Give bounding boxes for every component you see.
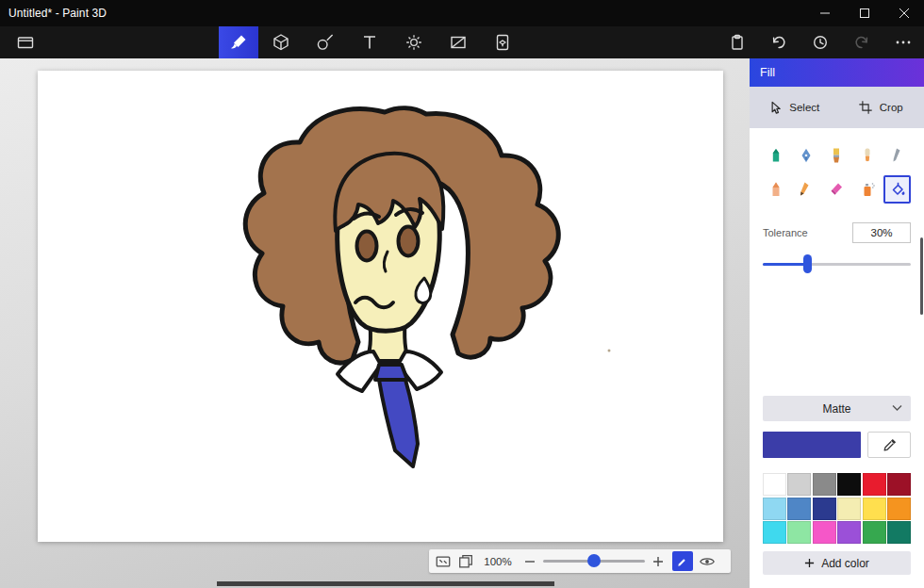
canvas-tool-button[interactable] [436,26,480,58]
titlebar: Untitled* - Paint 3D [0,0,924,26]
palette-swatch[interactable] [887,521,911,544]
more-button[interactable] [883,26,924,58]
add-color-button[interactable]: Add color [763,551,911,575]
tolerance-slider-fill [763,263,807,266]
current-color-swatch[interactable] [763,432,861,458]
palette-swatch[interactable] [763,521,786,544]
show-canvas-button[interactable] [696,551,718,571]
sun-icon [404,33,423,52]
tolerance-slider[interactable] [763,254,911,273]
minimize-button[interactable] [805,0,845,26]
3d-library-tool-button[interactable] [480,26,524,58]
palette-swatch[interactable] [863,498,886,520]
palette-swatch[interactable] [863,473,886,496]
zoom-bar: 100% [429,549,731,573]
select-button[interactable]: Select [750,87,837,128]
eraser-icon [827,180,846,199]
drawing-canvas[interactable] [38,71,723,542]
palette-swatch[interactable] [787,521,811,544]
horizontal-scrollbar[interactable] [217,581,554,586]
brush-marker-button[interactable] [763,141,790,170]
zoom-slider-thumb[interactable] [587,554,601,567]
palette-swatch[interactable] [887,498,911,520]
canvas-icon [449,33,468,52]
2d-shapes-tool-button[interactable] [303,26,347,58]
brush-crayon-button[interactable] [763,175,790,204]
crop-button[interactable]: Crop [837,87,924,128]
tolerance-slider-thumb[interactable] [803,254,812,273]
select-crop-bar: Select Crop [750,87,924,128]
palette-swatch[interactable] [813,498,836,520]
shapes-icon [316,33,335,52]
crayon-icon [767,180,785,199]
tolerance-label: Tolerance [763,227,808,238]
calligraphy-pen-icon [797,146,816,165]
brushes-tool-button[interactable] [219,26,258,58]
maximize-button[interactable] [845,0,884,26]
touch-drawing-toggle[interactable] [672,551,693,571]
cube-icon [272,33,290,52]
text-icon [360,33,379,52]
brush-watercolour-button[interactable] [853,141,881,170]
maximize-icon [860,8,869,18]
menu-icon [16,33,35,52]
fill-panel: Fill Select Crop [750,58,924,588]
tolerance-input[interactable] [852,222,911,243]
ellipsis-icon [894,33,913,52]
palette-swatch[interactable] [787,498,811,520]
window-controls [805,0,924,26]
pages-icon [457,553,474,570]
palette-swatch[interactable] [837,473,861,496]
color-row [763,432,911,458]
palette-swatch[interactable] [813,521,836,544]
panel-spacer [750,273,924,396]
watercolour-icon [858,146,877,165]
clipboard-icon [728,33,747,52]
close-button[interactable] [884,0,924,26]
plus-icon [804,558,815,568]
pencil-tool-icon [797,180,816,199]
palette-swatch[interactable] [763,473,786,496]
minimize-icon [820,8,830,18]
palette-swatch[interactable] [787,473,811,496]
3d-shapes-tool-button[interactable] [258,26,303,58]
brush-eraser-button[interactable] [823,175,850,204]
palette-swatch[interactable] [813,473,836,496]
zoom-to-fit-button[interactable] [432,551,454,571]
finish-dropdown[interactable]: Matte [763,396,911,421]
brush-fill-button[interactable] [883,175,911,204]
chevron-down-icon [892,404,902,412]
palette-swatch[interactable] [837,521,861,544]
palette-swatch[interactable] [763,498,786,520]
marker-icon [767,146,785,165]
redo-button[interactable] [841,26,883,58]
crop-label: Crop [880,102,903,113]
zoom-out-button[interactable] [519,551,541,571]
effects-tool-button[interactable] [391,26,436,58]
zoom-slider[interactable] [543,551,645,571]
history-button[interactable] [800,26,841,58]
brush-oil-brush-button[interactable] [823,141,850,170]
spray-can-icon [858,180,877,199]
crop-icon [858,100,873,115]
palette-swatch[interactable] [863,521,886,544]
expand-menu-button[interactable] [9,26,41,58]
eye-icon [699,553,716,570]
undo-button[interactable] [758,26,800,58]
vertical-scrollbar[interactable] [920,237,923,315]
palette-swatch[interactable] [887,473,911,496]
paste-button[interactable] [717,26,758,58]
zoom-value: 100% [477,556,519,567]
text-tool-button[interactable] [347,26,391,58]
zoom-in-button[interactable] [647,551,669,571]
brush-calligraphy-pen-button[interactable] [793,141,820,170]
brush-spray-can-button[interactable] [853,175,881,204]
brush-pixel-pen-button[interactable] [883,141,911,170]
brush-pencil-button[interactable] [793,175,820,204]
panel-title: Fill [750,58,924,87]
undo-icon [769,33,788,52]
canvas-view-button[interactable] [454,551,477,571]
eyedropper-button[interactable] [867,432,911,458]
toolbar [0,26,924,58]
palette-swatch[interactable] [837,498,861,520]
